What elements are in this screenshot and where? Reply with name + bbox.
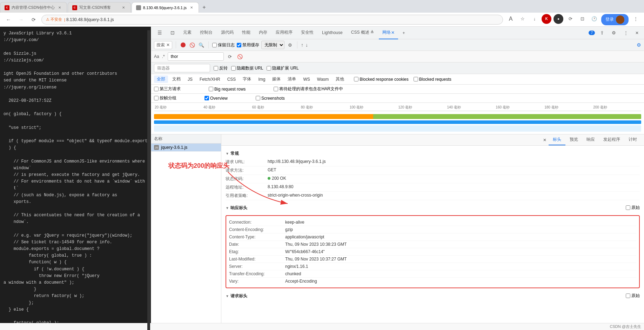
invert-checkbox[interactable]: 反转	[214, 65, 228, 71]
big-rows-checkbox[interactable]: Big request rows	[209, 87, 246, 92]
devtools-vertical-dots[interactable]: ⋮	[621, 28, 631, 38]
har-include-input[interactable]	[274, 87, 278, 91]
tab-lighthouse[interactable]: Lighthouse	[318, 27, 346, 39]
blocked-requests-checkbox[interactable]: Blocked requests	[414, 77, 451, 82]
tab-jquery[interactable]: 8.130.48.9/jquery-3.6.1.js ✕	[132, 2, 199, 13]
overview-checkbox[interactable]: Overview	[204, 96, 228, 101]
filter-tab-manifest[interactable]: 清单	[285, 75, 299, 83]
filter-tab-js[interactable]: JS	[185, 76, 195, 82]
filter-tab-all[interactable]: 全部	[154, 75, 168, 83]
response-headers-section-header[interactable]: 响应标头	[226, 203, 247, 212]
screenshots-checkbox[interactable]: Screenshots	[256, 96, 285, 101]
menu-icon[interactable]: ⋮	[631, 14, 640, 24]
record-button[interactable]	[180, 41, 187, 48]
filter-tab-doc[interactable]: 文档	[169, 75, 183, 83]
download-icon[interactable]: ↓	[530, 14, 539, 24]
tab-css-overview[interactable]: CSS 概述 ≜	[348, 27, 377, 39]
filter-tab-css[interactable]: CSS	[224, 76, 239, 82]
extension-icon-kaspersky[interactable]: K	[542, 14, 551, 24]
screenshots-input[interactable]	[256, 96, 260, 100]
disable-cache-input[interactable]	[237, 43, 241, 47]
tab-csdn-write[interactable]: C 写文章-CSDN博客 ✕	[68, 2, 131, 13]
request-headers-original-checkbox[interactable]: 原始	[626, 293, 640, 299]
filter-tab-img[interactable]: Img	[255, 76, 268, 82]
disable-cache-checkbox[interactable]: 禁用缓存	[237, 42, 259, 48]
devtools-tab-icon-panel[interactable]: ☰	[154, 27, 166, 39]
filter-icon-btn[interactable]: 🔍	[198, 41, 205, 48]
new-tab-button[interactable]: +	[199, 2, 209, 13]
hide-data-url-checkbox[interactable]: 隐藏数据 URL	[231, 65, 263, 71]
hide-extensions-checkbox[interactable]: 隐藏扩展 URL	[267, 65, 298, 71]
filter-tab-font[interactable]: 字体	[240, 75, 254, 83]
tab-csdn-create[interactable]: C 内容管理-CSDN创作中心 ✕	[0, 2, 67, 13]
refresh-button[interactable]: ⟳	[29, 15, 39, 25]
invert-input[interactable]	[214, 66, 218, 71]
big-rows-input[interactable]	[209, 87, 213, 91]
tab-sources[interactable]: 源代码	[217, 27, 237, 39]
har-include-checkbox[interactable]: 将待处理的请求包含在HAR文件中	[274, 86, 343, 92]
detail-tab-timing[interactable]: 计时	[624, 134, 641, 145]
detail-tab-response[interactable]: 响应	[582, 134, 599, 145]
blocked-resp-cookies-input[interactable]	[354, 77, 358, 81]
history-icon[interactable]: 🕐	[589, 14, 599, 24]
regex-toggle[interactable]: .*	[162, 54, 165, 59]
network-settings-icon[interactable]: ⚙	[637, 42, 641, 48]
tab-close-3[interactable]: ✕	[189, 5, 194, 11]
third-party-checkbox[interactable]: 第三方请求	[154, 86, 181, 92]
tab-network[interactable]: 网络 ✕	[379, 27, 398, 39]
extension-icon-dark[interactable]: ●	[554, 14, 563, 24]
tab-close-1[interactable]: ✕	[57, 5, 62, 11]
request-row-jquery[interactable]: JS jquery-3.6.1.js	[151, 144, 221, 152]
devtools-close-button[interactable]: ✕	[633, 29, 641, 37]
profile-icon[interactable]: A	[506, 14, 516, 24]
address-input[interactable]: ⚠ 不安全 | 8.130.48.9/jquery-3.6.1.js	[41, 15, 503, 25]
hide-extensions-input[interactable]	[267, 66, 271, 71]
blocked-resp-cookies-checkbox[interactable]: Blocked response cookies	[354, 77, 408, 82]
tab-close-2[interactable]: ✕	[121, 5, 126, 11]
search-close-icon[interactable]: 🚫	[236, 53, 243, 60]
devtools-settings-icon[interactable]: ⚙	[609, 28, 619, 38]
devtools-share-icon[interactable]: ⇪	[597, 28, 607, 38]
filter-tab-wasm[interactable]: Wasm	[314, 76, 332, 82]
req-headers-original-input[interactable]	[626, 293, 630, 298]
aa-toggle[interactable]: Aa	[154, 54, 159, 59]
filter-tab-other[interactable]: 其他	[333, 75, 347, 83]
detail-close-button[interactable]: ✕	[541, 136, 549, 144]
hide-data-url-input[interactable]	[231, 66, 236, 71]
filter-tab-media[interactable]: 媒体	[269, 75, 283, 83]
preserve-log-checkbox[interactable]: 保留日志	[212, 42, 235, 48]
filter-tab-ws[interactable]: WS	[300, 76, 313, 82]
group-by-frame-checkbox[interactable]: 按帧分组	[154, 95, 176, 101]
upload-har-icon[interactable]: ↑	[301, 42, 303, 48]
download-har-icon[interactable]: ↓	[306, 42, 308, 48]
tab-security[interactable]: 安全性	[297, 27, 317, 39]
split-icon[interactable]: ⊡	[577, 14, 587, 24]
filter-tab-fetch[interactable]: Fetch/XHR	[197, 76, 223, 82]
throttle-select[interactable]: 无限制	[261, 41, 284, 49]
filter-input[interactable]	[154, 64, 210, 72]
tab-performance[interactable]: 性能	[239, 27, 254, 39]
sync-icon[interactable]: ⟳	[565, 14, 575, 24]
group-by-frame-input[interactable]	[154, 96, 159, 100]
overview-input[interactable]	[204, 96, 209, 100]
throttle-settings-icon[interactable]: ⚙	[287, 41, 294, 48]
general-section-header[interactable]: 常规	[226, 148, 640, 158]
tab-memory[interactable]: 内存	[255, 27, 271, 39]
search-input[interactable]	[168, 52, 224, 61]
preserve-log-input[interactable]	[212, 43, 217, 47]
tab-console[interactable]: 控制台	[196, 27, 216, 39]
detail-tab-preview[interactable]: 预览	[565, 134, 582, 145]
request-headers-section-header[interactable]: 请求标头	[226, 291, 247, 301]
third-party-input[interactable]	[154, 87, 159, 91]
devtools-more-tabs[interactable]: +	[400, 29, 408, 37]
login-button[interactable]: 登录	[601, 14, 629, 25]
resp-headers-original-input[interactable]	[626, 205, 630, 210]
search-clear-icon[interactable]: ✕	[166, 42, 170, 47]
response-headers-original-checkbox[interactable]: 原始	[626, 205, 640, 211]
search-refresh-icon[interactable]: ⟳	[227, 53, 234, 60]
back-button[interactable]: ←	[4, 15, 13, 25]
detail-tab-headers[interactable]: 标头	[549, 134, 565, 145]
devtools-tab-inspect[interactable]: ⊡	[167, 27, 178, 39]
tab-application[interactable]: 应用程序	[272, 27, 296, 39]
bookmark-star-icon[interactable]: ☆	[518, 14, 528, 24]
